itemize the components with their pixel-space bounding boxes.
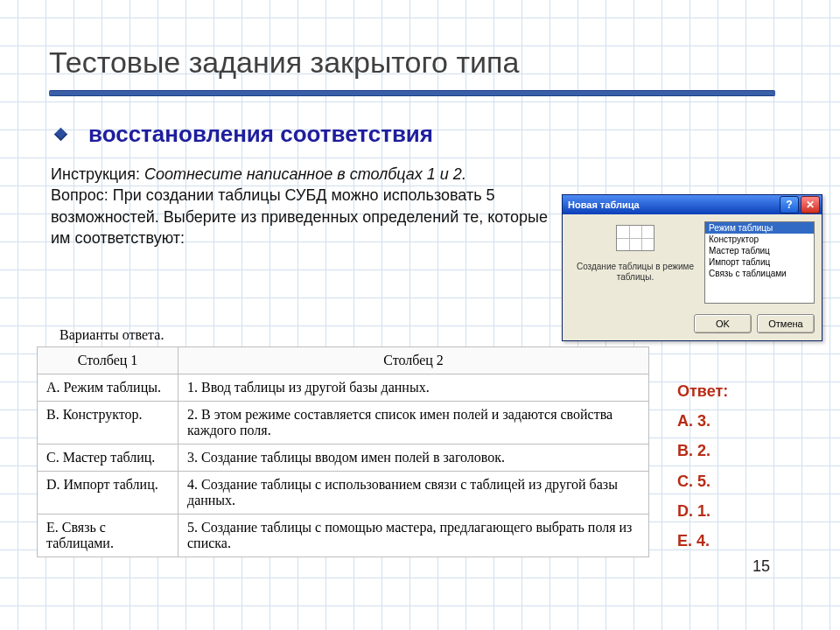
variants-table: Столбец 1 Столбец 2 A. Режим таблицы. 1.… <box>37 346 649 557</box>
question-text: При создании таблицы СУБД можно использо… <box>51 186 548 247</box>
cell-c2: 5. Создание таблицы с помощью мастера, п… <box>178 514 649 557</box>
subtitle-text: восстановления соответствия <box>88 121 433 148</box>
answers-block: Ответ: A. 3. B. 2. C. 5. D. 1. E. 4. <box>677 376 728 556</box>
table-row: E. Связь с таблицами. 5. Создание таблиц… <box>38 514 649 557</box>
cell-c2: 2. В этом режиме составляется список име… <box>178 402 649 444</box>
close-icon[interactable]: ✕ <box>801 196 820 214</box>
table-row: C. Мастер таблиц. 3. Создание таблицы вв… <box>38 444 649 472</box>
col1-header: Столбец 1 <box>38 347 178 374</box>
list-item[interactable]: Мастер таблиц <box>705 245 814 256</box>
dialog-listbox[interactable]: Режим таблицы Конструктор Мастер таблиц … <box>704 221 815 304</box>
list-item[interactable]: Конструктор <box>705 234 814 245</box>
col2-header: Столбец 2 <box>178 347 649 374</box>
help-icon[interactable]: ? <box>780 196 799 214</box>
answer-item: A. 3. <box>677 406 728 436</box>
subtitle-row: восстановления соответствия <box>56 121 793 148</box>
new-table-dialog: Новая таблица ? ✕ Создание таблицы в реж… <box>562 194 822 341</box>
slide-title: Тестовые задания закрытого типа <box>49 46 793 80</box>
answer-item: D. 1. <box>677 496 728 526</box>
dialog-titlebar[interactable]: Новая таблица ? ✕ <box>563 195 822 214</box>
cell-c2: 4. Создание таблицы с использованием свя… <box>178 472 649 514</box>
page-number: 15 <box>752 557 770 576</box>
cell-c2: 1. Ввод таблицы из другой базы данных. <box>178 374 649 402</box>
list-item[interactable]: Импорт таблиц <box>705 256 814 268</box>
table-caption: Варианты ответа. <box>60 327 649 343</box>
answer-item: E. 4. <box>677 526 728 556</box>
dialog-preview: Создание таблицы в режиме таблицы. <box>570 221 701 304</box>
table-row: A. Режим таблицы. 1. Ввод таблицы из дру… <box>38 374 649 402</box>
instruction-label: Инструкция: <box>51 165 140 183</box>
answer-variants-block: Варианты ответа. Столбец 1 Столбец 2 A. … <box>37 327 649 557</box>
diamond-bullet-icon <box>54 128 68 142</box>
ok-button[interactable]: OK <box>694 314 752 333</box>
body-text: Инструкция: Соотнесите написанное в стол… <box>51 164 558 248</box>
table-row: D. Импорт таблиц. 4. Создание таблицы с … <box>38 472 649 514</box>
answer-item: B. 2. <box>677 436 728 466</box>
cell-c1: E. Связь с таблицами. <box>38 514 178 557</box>
cell-c1: B. Конструктор. <box>38 402 178 444</box>
cell-c2: 3. Создание таблицы вводом имен полей в … <box>178 444 649 472</box>
cancel-button[interactable]: Отмена <box>757 314 815 333</box>
question-label: Вопрос: <box>51 186 108 204</box>
answers-label: Ответ: <box>677 376 728 406</box>
list-item[interactable]: Режим таблицы <box>705 222 814 234</box>
instruction-text: Соотнесите написанное в столбцах 1 и 2. <box>144 165 466 183</box>
answer-item: C. 5. <box>677 466 728 496</box>
dialog-preview-caption: Создание таблицы в режиме таблицы. <box>570 262 701 283</box>
list-item[interactable]: Связь с таблицами <box>705 268 814 279</box>
table-row: B. Конструктор. 2. В этом режиме составл… <box>38 402 649 444</box>
title-divider <box>49 90 775 96</box>
dialog-title: Новая таблица <box>568 200 778 210</box>
cell-c1: C. Мастер таблиц. <box>38 444 178 472</box>
cell-c1: A. Режим таблицы. <box>38 374 178 402</box>
cell-c1: D. Импорт таблиц. <box>38 472 178 514</box>
table-preview-icon <box>616 225 654 251</box>
